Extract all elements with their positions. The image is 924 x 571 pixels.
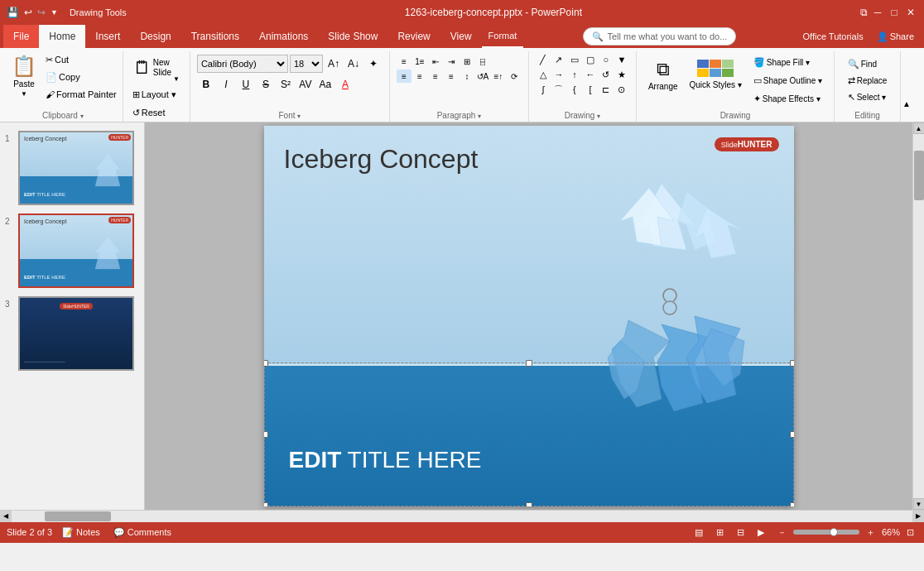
scroll-right-arrow[interactable]: ▶ (912, 511, 924, 522)
fit-to-window-button[interactable]: ⊡ (903, 525, 917, 540)
arrange-button[interactable]: ⧉ Arrange (643, 51, 683, 98)
ribbon-collapse-button[interactable]: ▲ (902, 99, 911, 108)
slide-sorter-button[interactable]: ⊞ (713, 525, 727, 540)
font-size-select[interactable]: 18 (290, 55, 323, 73)
menu-tab-design[interactable]: Design (130, 25, 180, 48)
share-button[interactable]: 👤 Share (870, 30, 921, 44)
new-slide-button[interactable]: 🗒 NewSlide ▼ (130, 51, 183, 84)
star-shape[interactable]: ★ (614, 68, 629, 81)
underline-button[interactable]: U (237, 76, 255, 93)
reading-view-button[interactable]: ⊟ (734, 525, 748, 540)
menu-tab-file[interactable]: File (3, 25, 39, 48)
strikethrough-button[interactable]: S (257, 76, 275, 93)
scroll-track[interactable] (913, 134, 925, 498)
select-button[interactable]: ↖ Select ▾ (846, 89, 888, 104)
other-shape1[interactable]: ⊏ (599, 83, 614, 96)
menu-tab-view[interactable]: View (440, 25, 482, 48)
notes-button[interactable]: 📝 Notes (59, 525, 103, 540)
slide-image-2[interactable]: Iceberg Concept HUNTER EDIT TITLE HERE (18, 214, 134, 288)
more-shapes[interactable]: ▼ (614, 53, 629, 66)
decrease-font-size-button[interactable]: A↓ (344, 55, 363, 72)
bracket-shape[interactable]: [ (583, 83, 598, 96)
oval-shape[interactable]: ○ (599, 53, 614, 66)
edit-title-text[interactable]: EDIT TITLE HERE (289, 447, 482, 473)
font-color-button[interactable]: A (336, 76, 354, 93)
slide-image-1[interactable]: Iceberg Concept HUNTER EDIT TITLE HERE (18, 131, 134, 205)
curved-arrow-shape[interactable]: ↺ (599, 68, 614, 81)
normal-view-button[interactable]: ▤ (691, 525, 706, 540)
shape-fill-button[interactable]: 🪣 Shape Fill ▾ (752, 55, 824, 70)
scroll-thumb[interactable] (914, 151, 924, 200)
close-button[interactable]: ✕ (904, 6, 917, 19)
tell-me-input[interactable]: 🔍 Tell me what you want to do... (583, 27, 736, 46)
align-right-button[interactable]: ≡ (428, 70, 443, 83)
horizontal-scrollbar[interactable]: ◀ ▶ (0, 510, 924, 521)
replace-button[interactable]: ⇄ Replace (846, 73, 889, 88)
undo-icon[interactable]: ↩ (24, 7, 32, 18)
quick-access-toolbar[interactable]: 💾 ↩ ↪ ▼ Drawing Tools (7, 7, 127, 18)
left-arrow-shape[interactable]: ← (583, 68, 598, 81)
save-icon[interactable]: 💾 (7, 7, 19, 18)
slide-title[interactable]: Iceberg Concept (284, 144, 479, 175)
right-arrow-shape[interactable]: → (551, 68, 566, 81)
quick-styles-button[interactable]: Quick Styles ▾ (685, 51, 747, 98)
text-shadow-button[interactable]: S² (277, 76, 295, 93)
direction-button[interactable]: ↺A (475, 70, 490, 83)
arrow-shape[interactable]: ↗ (551, 53, 566, 66)
rounded-rect-shape[interactable]: ▢ (583, 53, 598, 66)
bullets-button[interactable]: ≡ (397, 55, 411, 68)
menu-tab-transitions[interactable]: Transitions (181, 25, 249, 48)
zoom-slider[interactable] (793, 530, 859, 535)
restore-window-icon[interactable]: ⧉ (860, 7, 868, 18)
scroll-left-arrow[interactable]: ◀ (0, 511, 12, 522)
columns-button[interactable]: ⌸ (475, 55, 490, 68)
clear-formatting-button[interactable]: ✦ (364, 55, 383, 72)
shape-outline-button[interactable]: ▭ Shape Outline ▾ (752, 73, 824, 88)
reset-button[interactable]: ↺ Reset (130, 104, 168, 121)
align-text-button[interactable]: ≡↑ (491, 70, 506, 83)
smart-art-button[interactable]: ⊞ (460, 55, 474, 68)
maximize-button[interactable]: □ (888, 6, 901, 19)
slide-canvas[interactable]: Iceberg Concept SlideHUNTER (264, 126, 794, 506)
scroll-up-arrow[interactable]: ▲ (913, 122, 925, 134)
connector-shape[interactable]: ⌒ (551, 83, 566, 96)
increase-font-size-button[interactable]: A↑ (325, 55, 343, 72)
new-slide-dropdown[interactable]: ▼ (173, 75, 180, 83)
scroll-down-arrow[interactable]: ▼ (913, 498, 925, 510)
bold-button[interactable]: B (197, 76, 215, 93)
justify-button[interactable]: ≡ (444, 70, 459, 83)
other-shape2[interactable]: ⊙ (614, 83, 629, 96)
paste-button[interactable]: 📋 Paste ▼ (7, 51, 41, 98)
decrease-indent-button[interactable]: ⇤ (428, 55, 443, 68)
font-name-select[interactable]: Calibri (Body) (197, 55, 288, 73)
align-left-button[interactable]: ≡ (397, 70, 411, 83)
canvas-area[interactable]: Iceberg Concept SlideHUNTER (145, 122, 912, 510)
hscroll-thumb[interactable] (45, 511, 111, 521)
format-painter-button[interactable]: 🖌 Format Painter (43, 86, 119, 103)
zoom-slider-thumb[interactable] (830, 528, 838, 536)
change-case-button[interactable]: Aa (316, 76, 334, 93)
cut-button[interactable]: ✂ Cut (43, 51, 119, 68)
menu-tab-insert[interactable]: Insert (85, 25, 130, 48)
slide-thumbnail-3[interactable]: 3 SlideHUNTER ────────────── (3, 295, 141, 372)
brace-shape[interactable]: { (567, 83, 582, 96)
numbering-button[interactable]: 1≡ (412, 55, 427, 68)
curve-shape[interactable]: ∫ (536, 83, 551, 96)
character-spacing-button[interactable]: AV (296, 76, 315, 93)
increase-indent-button[interactable]: ⇥ (444, 55, 459, 68)
slideshow-view-button[interactable]: ▶ (754, 525, 768, 540)
up-arrow-shape[interactable]: ↑ (567, 68, 582, 81)
align-center-button[interactable]: ≡ (412, 70, 427, 83)
slide-image-3[interactable]: SlideHUNTER ────────────── (18, 296, 134, 371)
paste-dropdown-icon[interactable]: ▼ (21, 90, 27, 98)
menu-tab-home[interactable]: Home (39, 25, 85, 48)
menu-tab-review[interactable]: Review (387, 25, 440, 48)
shape-effects-button[interactable]: ✦ Shape Effects ▾ (752, 91, 824, 106)
find-button[interactable]: 🔍 Find (846, 56, 878, 71)
menu-tab-slideshow[interactable]: Slide Show (318, 25, 387, 48)
rect-shape[interactable]: ▭ (567, 53, 582, 66)
vertical-scrollbar[interactable]: ▲ ▼ (912, 122, 924, 510)
copy-button[interactable]: 📄 Copy (43, 69, 119, 85)
hscroll-track[interactable] (12, 511, 912, 522)
zoom-in-button[interactable]: ＋ (863, 525, 878, 540)
